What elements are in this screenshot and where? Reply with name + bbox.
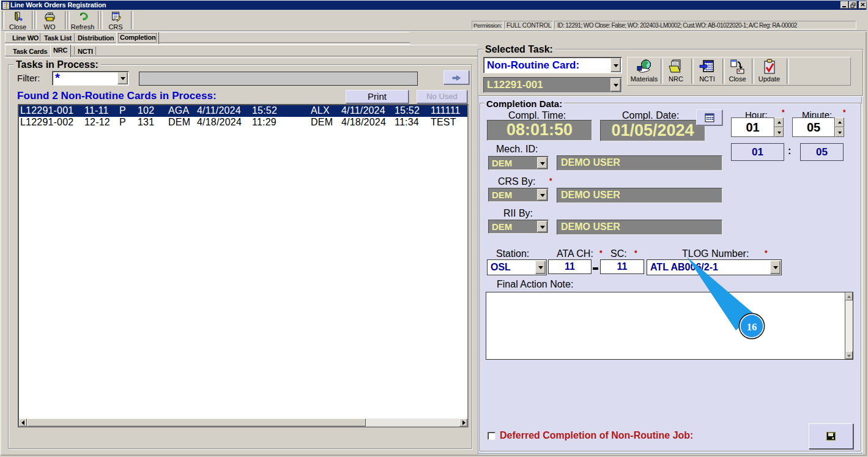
svg-text:16: 16 [747,321,757,333]
